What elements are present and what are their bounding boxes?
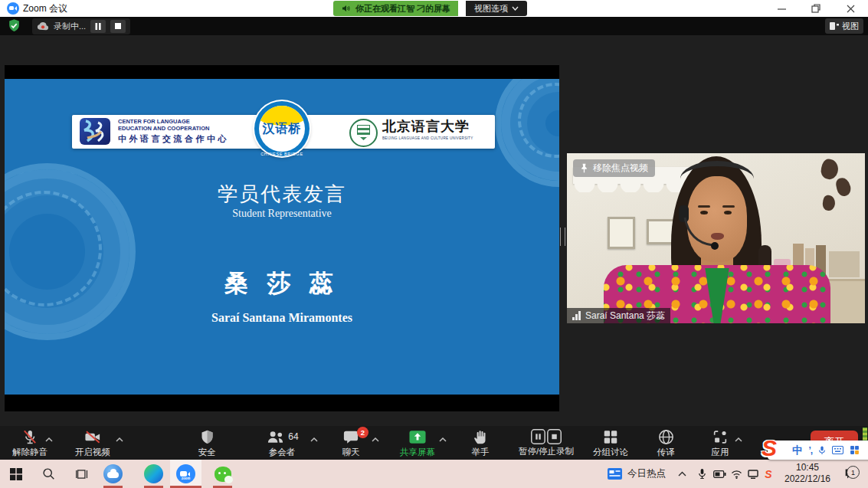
participants-count: 64	[288, 431, 298, 442]
meeting-toolbar: 解除静音 开启视频 安全 64 参会者 聊天 2 共享屏幕	[0, 426, 868, 460]
speaker-icon	[341, 4, 351, 13]
tray-network-icon[interactable]	[728, 460, 745, 488]
slide-title-cn: 学员代表发言	[5, 181, 559, 208]
presentation-slide: CENTER FOR LANGUAGE EDUCATION AND COOPER…	[5, 79, 559, 395]
clec-logo	[80, 118, 110, 145]
chat-unread-badge: 2	[357, 427, 368, 438]
raised-hand-icon	[472, 428, 489, 446]
recording-label: 录制中...	[54, 21, 86, 32]
start-button[interactable]	[6, 460, 26, 488]
ime-keyboard-icon[interactable]	[832, 446, 843, 454]
ime-voice-icon[interactable]	[818, 445, 826, 456]
cloud-recording-icon	[37, 21, 49, 31]
participants-button[interactable]: 64 参会者	[257, 426, 306, 460]
mute-options-chevron[interactable]	[44, 432, 54, 446]
watching-screen-text: 你正在观看江智 刁的屏幕	[355, 3, 450, 15]
task-view-icon	[76, 468, 89, 480]
pause-recording-button[interactable]	[90, 20, 106, 33]
pin-icon	[580, 163, 588, 173]
audio-level-icon	[572, 311, 581, 320]
tray-display-icon[interactable]	[745, 460, 762, 488]
breakout-rooms-button[interactable]: 分组讨论	[588, 426, 633, 460]
raise-hand-button[interactable]: 举手	[461, 426, 500, 460]
zoom-meeting-window: Zoom 会议 你正在观看江智 刁的屏幕 视图选项 录制中... 视图	[0, 0, 868, 488]
running-app-underline	[170, 486, 201, 488]
view-options-dropdown[interactable]: 视图选项	[466, 1, 527, 16]
wifi-icon	[731, 470, 742, 479]
ime-mode-indicator[interactable]: 中	[792, 444, 803, 457]
tray-battery-icon[interactable]	[711, 460, 728, 488]
view-layout-button[interactable]: 视图	[825, 18, 863, 34]
panel-resize-handle[interactable]	[560, 228, 565, 246]
close-button[interactable]	[834, 0, 867, 17]
focused-video-tile[interactable]: 移除焦点视频 Saraí Santana 莎蕊	[567, 153, 865, 323]
share-screen-icon	[408, 428, 427, 446]
security-shield-icon[interactable]	[7, 18, 21, 36]
slide-title-en: Student Representative	[5, 208, 559, 220]
view-layout-icon	[830, 22, 839, 30]
search-icon	[42, 467, 55, 480]
battery-icon	[713, 470, 726, 478]
security-button[interactable]: 安全	[188, 426, 225, 460]
participant-name-tag: Saraí Santana 莎蕊	[567, 308, 670, 323]
blcu-seal-icon	[349, 119, 378, 147]
taskbar-zoom-app[interactable]: zoom	[176, 460, 195, 488]
sogou-ime-bar[interactable]: S 中 ’,	[768, 441, 868, 460]
restore-button[interactable]	[799, 0, 833, 17]
tray-sogou-icon[interactable]: S	[761, 460, 776, 488]
shelf-item	[829, 251, 860, 277]
shared-screen-region: CENTER FOR LANGUAGE EDUCATION AND COOPER…	[5, 65, 559, 411]
start-video-button[interactable]: 开启视频	[69, 426, 116, 460]
breakout-rooms-icon	[602, 428, 619, 446]
pause-stop-recording-button[interactable]: 暂停/停止录制	[513, 426, 579, 460]
remove-spotlight-button[interactable]: 移除焦点视频	[573, 159, 655, 177]
picture-frame	[608, 217, 635, 249]
wall-decor	[819, 158, 840, 182]
speaker-name-cn: 桑 莎 蕊	[5, 267, 559, 300]
chat-button[interactable]: 聊天 2	[331, 426, 371, 460]
globe-icon	[657, 428, 675, 446]
chevron-up-icon	[678, 471, 686, 477]
tray-show-hidden-icons[interactable]	[674, 460, 689, 488]
task-view-button[interactable]	[72, 460, 92, 488]
speaker-name-en: Saraí Santana Miramontes	[5, 311, 559, 325]
clec-name-en: CENTER FOR LANGUAGE EDUCATION AND COOPER…	[118, 119, 209, 132]
microphone-icon	[698, 468, 706, 480]
stop-recording-button[interactable]	[110, 20, 126, 33]
window-title: Zoom 会议	[23, 2, 67, 15]
interpretation-button[interactable]: 传译	[648, 426, 683, 460]
wall-decor	[822, 195, 837, 211]
running-app-underline	[144, 486, 163, 488]
tray-microphone-icon[interactable]	[694, 460, 709, 488]
share-options-chevron[interactable]	[438, 432, 447, 446]
window-titlebar: Zoom 会议 你正在观看江智 刁的屏幕 视图选项	[0, 0, 868, 17]
microphone-muted-icon	[21, 428, 39, 446]
zoom-app-icon: zoom	[176, 464, 195, 483]
ime-custom-phrase-icon[interactable]: ’,	[809, 445, 813, 456]
participants-options-chevron[interactable]	[310, 432, 319, 446]
clec-name-cn: 中外语言交流合作中心	[118, 133, 229, 145]
news-icon	[608, 468, 622, 480]
participants-icon	[265, 428, 286, 446]
headset-band	[680, 161, 754, 197]
apps-button[interactable]: 应用	[702, 426, 739, 460]
taskbar-clock[interactable]: 10:45 2022/12/16	[780, 462, 835, 485]
apps-options-chevron[interactable]	[734, 432, 743, 446]
video-options-chevron[interactable]	[115, 432, 124, 446]
minimize-button[interactable]	[765, 0, 798, 17]
aztec-medallion-watermark-right	[495, 79, 559, 187]
taskbar-browser-app[interactable]	[103, 460, 123, 488]
chinese-bridge-logo: 汉语桥 CHINESE BRIDGE	[254, 101, 310, 156]
chat-options-chevron[interactable]	[371, 432, 380, 446]
sogou-logo-icon[interactable]: S	[762, 435, 777, 461]
pause-stop-icons	[530, 428, 562, 445]
blcu-name-en: BEIJING LANGUAGE AND CULTURE UNIVERSITY	[382, 136, 473, 140]
news-hotspot-button[interactable]: 今日热点	[608, 460, 666, 488]
taskbar-search-button[interactable]	[38, 460, 58, 488]
share-screen-button[interactable]: 共享屏幕	[392, 426, 443, 460]
action-center-button[interactable]: 1	[839, 460, 862, 488]
taskbar-wechat-app[interactable]	[213, 460, 232, 488]
taskbar-edge-app[interactable]	[144, 460, 163, 488]
clock-date: 2022/12/16	[780, 473, 835, 485]
ime-toolbox-icon[interactable]	[850, 445, 860, 455]
